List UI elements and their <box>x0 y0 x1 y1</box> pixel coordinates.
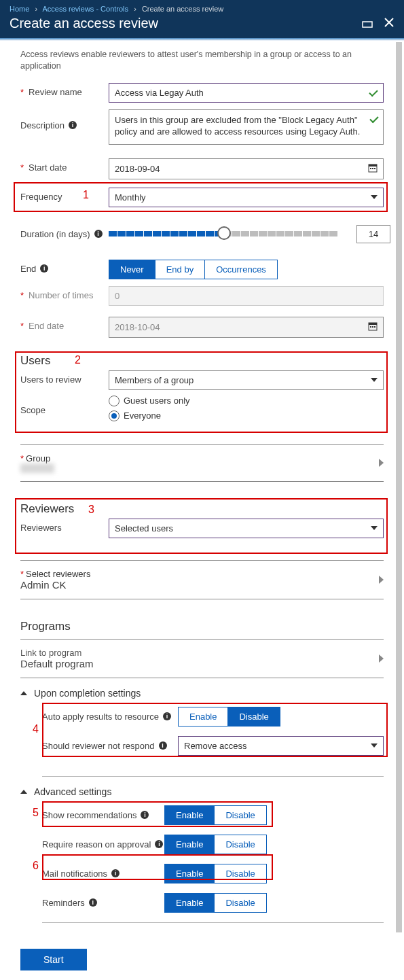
info-icon[interactable]: i <box>69 121 77 129</box>
advanced-heading: Advanced settings <box>34 786 111 797</box>
svg-rect-10 <box>370 326 371 328</box>
label-mail-notifications: Mail notifications <box>42 869 107 879</box>
group-row[interactable]: *Group <box>20 451 384 476</box>
info-icon[interactable]: i <box>163 712 171 720</box>
chevron-right-icon <box>379 654 384 663</box>
end-never-button[interactable]: Never <box>109 260 155 279</box>
require-reason-disable[interactable]: Disable <box>214 835 266 854</box>
users-to-review-select[interactable]: Members of a group <box>109 370 384 390</box>
label-frequency: Frequency <box>20 192 62 202</box>
frequency-select[interactable]: Monthly <box>109 188 384 207</box>
info-icon[interactable]: i <box>159 741 167 750</box>
mail-notifications-toggle: Enable Disable <box>164 864 267 883</box>
select-reviewers-row[interactable]: *Select reviewers Admin CK <box>20 566 384 593</box>
mail-disable[interactable]: Disable <box>214 864 266 883</box>
label-require-reason: Require reason on approval <box>42 839 151 850</box>
info-icon[interactable]: i <box>94 230 103 238</box>
mail-enable[interactable]: Enable <box>164 864 215 883</box>
breadcrumb-access-reviews[interactable]: Access reviews - Controls <box>43 5 129 13</box>
restore-icon[interactable] <box>362 17 373 30</box>
svg-rect-5 <box>370 168 371 169</box>
scope-guest-radio[interactable]: Guest users only <box>109 396 384 406</box>
scope-everyone-label: Everyone <box>124 410 161 421</box>
auto-apply-enable[interactable]: Enable <box>178 707 228 727</box>
breadcrumb-home[interactable]: Home <box>10 5 29 13</box>
slider-handle[interactable] <box>217 226 231 240</box>
close-icon[interactable] <box>384 17 394 30</box>
start-date-input[interactable]: 2018-09-04 <box>109 158 384 179</box>
label-reminders: Reminders <box>42 898 85 908</box>
info-icon[interactable]: i <box>40 264 48 273</box>
scrollbar[interactable] <box>396 42 402 932</box>
end-date-input: 2018-10-04 <box>109 317 384 338</box>
label-link-to-program: Link to program <box>20 648 379 658</box>
end-toggle-group: Never End by Occurrences <box>109 260 384 279</box>
chevron-up-icon <box>20 790 27 794</box>
start-date-value: 2018-09-04 <box>115 164 368 174</box>
svg-rect-6 <box>372 168 373 169</box>
end-endby-button[interactable]: End by <box>155 260 205 279</box>
label-reviewers: Reviewers <box>20 523 62 533</box>
end-occurrences-button[interactable]: Occurrences <box>204 260 278 279</box>
show-rec-disable[interactable]: Disable <box>214 805 266 825</box>
scrollbar-thumb[interactable] <box>396 42 402 932</box>
info-icon[interactable]: i <box>111 869 120 877</box>
chevron-right-icon: › <box>35 5 37 13</box>
advanced-settings-toggle[interactable]: Advanced settings <box>20 786 384 797</box>
reviewers-heading: Reviewers <box>20 502 384 516</box>
users-heading: Users <box>20 354 384 368</box>
label-group: Group <box>26 453 50 463</box>
label-duration: Duration (in days) <box>20 229 90 239</box>
scope-guest-label: Guest users only <box>124 396 190 406</box>
calendar-icon[interactable] <box>368 163 378 175</box>
svg-rect-9 <box>369 323 377 325</box>
svg-rect-4 <box>369 164 377 167</box>
info-icon[interactable]: i <box>141 811 149 819</box>
select-reviewers-value: Admin CK <box>20 579 379 591</box>
duration-value-input[interactable]: 14 <box>356 225 390 243</box>
label-scope: Scope <box>20 405 45 415</box>
auto-apply-toggle: Enable Disable <box>178 707 280 727</box>
users-to-review-value: Members of a group <box>115 375 371 385</box>
label-show-recommendations: Show recommendations <box>42 810 136 820</box>
chevron-up-icon <box>20 691 27 695</box>
require-reason-enable[interactable]: Enable <box>164 835 215 854</box>
scope-everyone-radio[interactable]: Everyone <box>109 410 384 421</box>
chevron-down-icon <box>371 526 378 530</box>
title-bar: Home › Access reviews - Controls › Creat… <box>0 0 404 38</box>
reminders-toggle: Enable Disable <box>164 893 267 913</box>
group-value-blurred <box>20 463 54 473</box>
reviewers-select[interactable]: Selected users <box>109 519 384 538</box>
completion-settings-toggle[interactable]: Upon completion settings <box>20 688 384 699</box>
require-reason-toggle: Enable Disable <box>164 835 267 854</box>
svg-rect-0 <box>363 22 372 27</box>
chevron-down-icon <box>371 378 378 382</box>
svg-rect-12 <box>374 326 375 328</box>
reminders-enable[interactable]: Enable <box>164 893 215 913</box>
programs-heading: Programs <box>20 620 384 633</box>
label-no-respond: Should reviewer not respond <box>42 741 155 751</box>
review-name-input[interactable]: Access via Legay Auth <box>109 83 384 103</box>
label-end-date: End date <box>29 321 64 331</box>
label-number-of-times: Number of times <box>29 290 93 300</box>
calendar-icon <box>368 321 378 333</box>
info-icon[interactable]: i <box>89 898 97 907</box>
reminders-disable[interactable]: Disable <box>214 893 266 913</box>
label-description: Description <box>20 120 65 130</box>
show-rec-enable[interactable]: Enable <box>164 805 215 825</box>
chevron-right-icon <box>379 459 384 467</box>
start-button[interactable]: Start <box>20 949 87 970</box>
description-input[interactable]: Users in this group are excluded from th… <box>109 109 384 145</box>
label-users-to-review: Users to review <box>20 374 81 385</box>
completion-heading: Upon completion settings <box>34 688 141 699</box>
link-to-program-row[interactable]: Link to program Default program <box>20 645 384 672</box>
breadcrumb: Home › Access reviews - Controls › Creat… <box>10 3 394 14</box>
intro-text: Access reviews enable reviewers to attes… <box>20 49 384 72</box>
info-icon[interactable]: i <box>155 840 163 848</box>
no-respond-select[interactable]: Remove access <box>178 736 384 756</box>
auto-apply-disable[interactable]: Disable <box>227 707 280 727</box>
chevron-down-icon <box>371 743 378 748</box>
chevron-down-icon <box>371 195 378 199</box>
end-date-value: 2018-10-04 <box>115 322 368 332</box>
duration-slider[interactable] <box>109 231 337 237</box>
